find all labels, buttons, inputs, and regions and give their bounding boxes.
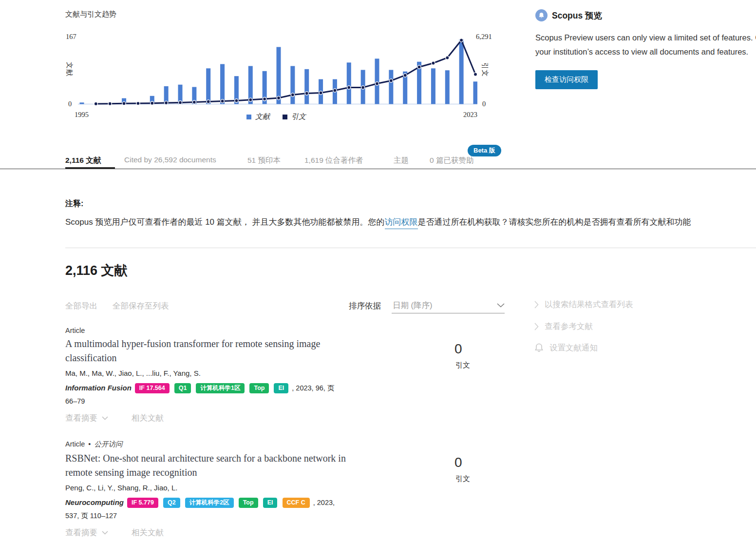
tab-coauthors[interactable]: 1,619 位合著作者: [304, 155, 363, 166]
y-axis-left-label: 文献: [65, 62, 74, 77]
preview-info-line-2: your institution’s access to view all do…: [535, 47, 748, 57]
beta-badge: Beta 版: [468, 145, 501, 156]
note-text-pre: Scopus 预览用户仅可查看作者的最近 10 篇文献， 并且大多数其他功能都被…: [65, 217, 385, 227]
results-count-heading: 2,116 文献: [65, 262, 128, 279]
document-actions: 查看摘要 相关文献: [65, 527, 377, 538]
access-rights-link[interactable]: 访问权限: [385, 217, 418, 229]
quartile-badge: Q1: [174, 383, 191, 393]
document-title-link[interactable]: RSBNet: One-shot neural architecture sea…: [65, 451, 364, 480]
tabs-divider: [0, 169, 756, 169]
export-all-link[interactable]: 全部导出: [65, 301, 97, 311]
document-source-line: Neurocomputing IF 5.779 Q2 计算机科学2区 Top E…: [65, 496, 336, 523]
documents-swatch: [246, 115, 251, 119]
document-type-label: Article: [65, 440, 85, 448]
citation-count-block: 0 引文: [454, 455, 513, 484]
check-access-button[interactable]: 检查访问权限: [535, 70, 598, 89]
view-abstract-link[interactable]: 查看摘要: [65, 527, 108, 538]
document-type-label: Article: [65, 327, 85, 334]
chart-title: 文献与引文趋势: [65, 10, 116, 19]
chevron-right-icon: [534, 301, 539, 309]
chart-legend: 文献 引文: [246, 112, 306, 121]
y-axis-left-max: 167: [66, 33, 76, 41]
set-document-alert-link[interactable]: 设置文献通知: [534, 343, 598, 353]
document-type: Article: [65, 327, 377, 334]
top-journal-badge: Top: [249, 383, 269, 393]
journal-name[interactable]: Neurocomputing: [65, 498, 124, 506]
document-type: Article•公开访问: [65, 440, 377, 449]
scopus-preview-bell-icon: [535, 9, 548, 21]
ccf-badge: CCF C: [283, 498, 310, 508]
view-references-label: 查看参考文献: [545, 321, 593, 332]
x-axis-end-label: 2023: [463, 111, 477, 119]
y-axis-left-min: 0: [68, 100, 72, 108]
top-journal-badge: Top: [239, 498, 258, 508]
document-list-item: Article A multimodal hyper-fusion transf…: [65, 327, 377, 424]
meta-separator: •: [88, 440, 91, 448]
scopus-preview-title: Scopus 预览: [552, 10, 602, 21]
chevron-right-icon: [534, 323, 539, 330]
view-abstract-link[interactable]: 查看摘要: [65, 413, 108, 424]
document-authors: Peng, C., Li, Y., Shang, R., Jiao, L.: [65, 484, 377, 492]
related-documents-link[interactable]: 相关文献: [132, 413, 164, 424]
legend-item-documents: 文献: [246, 112, 270, 121]
chevron-down-icon: [102, 416, 108, 420]
bell-icon: [538, 12, 545, 19]
citation-count-label: 引文: [455, 361, 513, 370]
related-documents-label: 相关文献: [132, 413, 164, 424]
citation-count: 0: [454, 455, 513, 470]
tab-awarded-grants[interactable]: 0 篇已获赞助: [430, 155, 473, 166]
legend-citations-label: 引文: [291, 112, 306, 121]
related-documents-label: 相关文献: [132, 527, 164, 538]
related-documents-link[interactable]: 相关文献: [132, 527, 164, 538]
sort-dropdown-value: 日期 (降序): [392, 300, 433, 311]
view-references-link[interactable]: 查看参考文献: [534, 321, 593, 332]
citation-count-label: 引文: [455, 474, 513, 484]
save-all-to-list-link[interactable]: 全部保存至列表: [113, 301, 169, 311]
tab-documents[interactable]: 2,116 文献: [65, 155, 101, 166]
citation-count: 0: [454, 341, 513, 357]
quartile-badge: Q2: [163, 498, 180, 508]
citations-swatch: [283, 115, 287, 119]
journal-name[interactable]: Information Fusion: [65, 384, 132, 392]
view-as-search-results-link[interactable]: 以搜索结果格式查看列表: [534, 299, 633, 310]
tab-preprints[interactable]: 51 预印本: [247, 155, 281, 166]
sort-dropdown[interactable]: 日期 (降序): [392, 298, 505, 313]
tab-cited-by[interactable]: Cited by 26,592 documents: [124, 155, 216, 164]
document-list-item: Article•公开访问 RSBNet: One-shot neural arc…: [65, 440, 377, 538]
citation-count-block: 0 引文: [454, 341, 513, 370]
cas-partition-badge: 计算机科学1区: [196, 383, 245, 393]
tab-topics[interactable]: 主题: [394, 155, 409, 166]
ei-badge: EI: [274, 383, 288, 393]
note-text-post: 是否通过所在机构获取？请核实您所在的机构是否拥有查看所有文献和功能: [418, 217, 691, 227]
scopus-author-page: 文献与引文趋势 167 文献 0 6,291 引文 0 1995 2023 文献…: [0, 0, 756, 543]
bell-icon: [534, 343, 544, 353]
document-authors: Ma, M., Ma, W., Jiao, L., ...liu, F., Ya…: [65, 369, 377, 377]
legend-documents-label: 文献: [255, 112, 270, 121]
view-abstract-label: 查看摘要: [65, 413, 97, 424]
document-title-link[interactable]: A multimodal hyper-fusion transformer fo…: [65, 337, 364, 365]
document-actions: 查看摘要 相关文献: [65, 413, 377, 424]
note-text: Scopus 预览用户仅可查看作者的最近 10 篇文献， 并且大多数其他功能都被…: [65, 216, 691, 228]
y-axis-right-label: 引文: [480, 62, 489, 77]
open-access-label: 公开访问: [94, 440, 122, 448]
y-axis-right-max: 6,291: [476, 33, 492, 41]
y-axis-right-min: 0: [482, 100, 486, 108]
note-heading: 注释:: [65, 199, 83, 209]
chevron-down-icon: [497, 303, 505, 308]
cas-partition-badge: 计算机科学2区: [185, 498, 234, 508]
preview-info-line-1: Scopus Preview users can only view a lim…: [535, 33, 756, 42]
x-axis-start-label: 1995: [75, 111, 89, 119]
documents-citations-trend-chart[interactable]: [78, 33, 477, 106]
set-document-alert-label: 设置文献通知: [549, 343, 598, 353]
view-abstract-label: 查看摘要: [65, 527, 97, 538]
document-source-line: Information Fusion IF 17.564 Q1 计算机科学1区 …: [65, 381, 336, 408]
impact-factor-badge: IF 17.564: [135, 383, 170, 393]
impact-factor-badge: IF 5.779: [127, 498, 158, 508]
chevron-down-icon: [102, 531, 108, 535]
section-divider: [65, 248, 756, 248]
legend-item-citations: 引文: [283, 112, 306, 121]
ei-badge: EI: [263, 498, 278, 508]
sort-by-label: 排序依据: [349, 301, 381, 311]
view-as-search-results-label: 以搜索结果格式查看列表: [545, 299, 633, 310]
